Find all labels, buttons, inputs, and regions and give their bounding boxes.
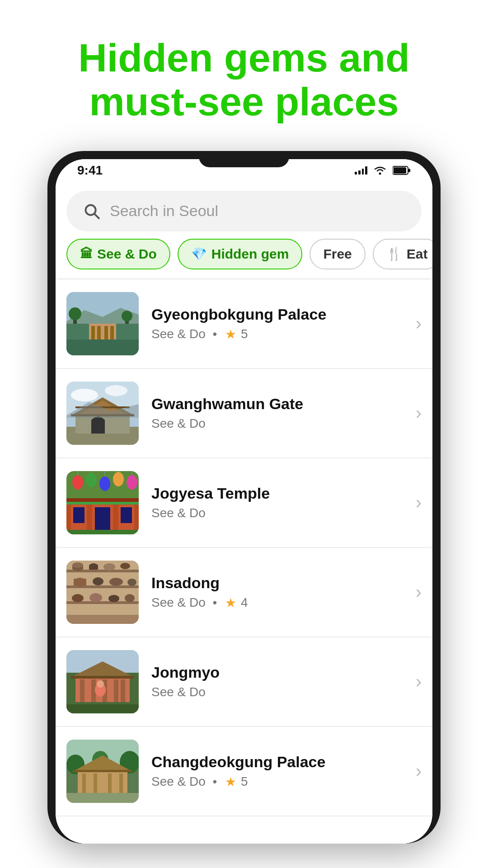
svg-rect-100 bbox=[94, 774, 97, 794]
place-meta-changdeokgung: See & Do • ★ 5 bbox=[151, 774, 403, 789]
svg-rect-64 bbox=[89, 565, 98, 570]
svg-point-39 bbox=[99, 476, 110, 491]
place-meta-gwanghwamun: See & Do bbox=[151, 416, 403, 431]
place-thumb-jogyesa bbox=[66, 471, 139, 534]
svg-point-73 bbox=[89, 593, 102, 602]
svg-point-0 bbox=[379, 172, 381, 175]
status-time: 9:41 bbox=[77, 163, 103, 178]
search-icon bbox=[83, 202, 101, 220]
svg-rect-82 bbox=[71, 676, 134, 679]
place-thumb-gyeongbokgung bbox=[66, 292, 139, 355]
svg-point-71 bbox=[127, 579, 136, 586]
svg-point-22 bbox=[122, 311, 132, 321]
svg-rect-86 bbox=[114, 679, 118, 702]
place-item-changdeokgung[interactable]: Changdeokgung Palace See & Do • ★ 5 › bbox=[56, 727, 432, 816]
chip-see-do[interactable]: 🏛 See & Do bbox=[66, 239, 170, 269]
place-item-gwanghwamun[interactable]: Gwanghwamun Gate See & Do › bbox=[56, 369, 432, 458]
place-arrow-changdeokgung: › bbox=[416, 761, 422, 781]
search-bar[interactable]: Search in Seoul bbox=[66, 191, 422, 231]
headline-line2: must-see places bbox=[89, 79, 399, 124]
svg-rect-87 bbox=[121, 679, 125, 702]
svg-rect-3 bbox=[408, 169, 410, 172]
svg-rect-103 bbox=[66, 793, 139, 803]
chip-free-label: Free bbox=[323, 246, 352, 262]
place-name-jongmyo: Jongmyo bbox=[151, 664, 403, 681]
battery-icon bbox=[393, 165, 411, 175]
place-name-gwanghwamun: Gwanghwamun Gate bbox=[151, 395, 403, 413]
svg-point-25 bbox=[71, 389, 98, 401]
page-root: Hidden gems and must-see places 9:41 bbox=[0, 0, 488, 868]
headline: Hidden gems and must-see places bbox=[42, 0, 446, 151]
star-icon-insadong: ★ bbox=[225, 595, 236, 610]
place-info-gyeongbokgung: Gyeongbokgung Palace See & Do • ★ 5 bbox=[151, 306, 403, 342]
place-item-jogyesa[interactable]: Jogyesa Temple See & Do › bbox=[56, 458, 432, 548]
svg-rect-90 bbox=[66, 704, 139, 713]
svg-rect-83 bbox=[80, 679, 84, 702]
svg-point-26 bbox=[105, 385, 127, 396]
svg-rect-68 bbox=[74, 579, 86, 586]
svg-point-62 bbox=[72, 562, 83, 568]
svg-rect-76 bbox=[66, 615, 139, 624]
place-thumb-gwanghwamun bbox=[66, 382, 139, 445]
place-item-gyeongbokgung[interactable]: Gyeongbokgung Palace See & Do • ★ 5 › bbox=[56, 279, 432, 369]
svg-rect-98 bbox=[73, 770, 132, 772]
svg-rect-52 bbox=[121, 507, 132, 523]
place-item-insadong[interactable]: Insadong See & Do • ★ 4 › bbox=[56, 548, 432, 637]
svg-point-65 bbox=[103, 563, 115, 571]
place-meta-gyeongbokgung: See & Do • ★ 5 bbox=[151, 327, 403, 342]
svg-point-66 bbox=[120, 563, 130, 569]
place-name-insadong: Insadong bbox=[151, 574, 403, 592]
svg-rect-12 bbox=[91, 326, 95, 340]
svg-point-35 bbox=[72, 475, 83, 490]
svg-point-72 bbox=[72, 594, 84, 602]
wifi-icon bbox=[373, 165, 387, 176]
svg-rect-14 bbox=[104, 326, 108, 340]
phone-frame: 9:41 bbox=[47, 151, 441, 844]
place-meta-jongmyo: See & Do bbox=[151, 685, 403, 699]
svg-point-74 bbox=[108, 595, 119, 602]
chip-see-do-label: See & Do bbox=[97, 246, 157, 262]
headline-line1: Hidden gems and bbox=[78, 35, 409, 80]
place-list: Gyeongbokgung Palace See & Do • ★ 5 › bbox=[56, 279, 432, 816]
place-info-jongmyo: Jongmyo See & Do bbox=[151, 664, 403, 699]
chip-hidden-gem-icon: 💎 bbox=[191, 246, 207, 261]
chip-free[interactable]: Free bbox=[310, 239, 365, 269]
screen-bottom-fade bbox=[56, 816, 432, 844]
place-name-jogyesa: Jogyesa Temple bbox=[151, 485, 403, 502]
place-arrow-gyeongbokgung: › bbox=[416, 313, 422, 334]
star-icon: ★ bbox=[225, 327, 236, 342]
place-thumb-jongmyo bbox=[66, 650, 139, 713]
status-icons bbox=[355, 165, 411, 176]
svg-rect-99 bbox=[82, 774, 86, 794]
svg-line-5 bbox=[94, 214, 99, 218]
phone-notch bbox=[199, 151, 289, 167]
chip-eat-label: Eat bbox=[407, 246, 428, 262]
search-bar-container: Search in Seoul bbox=[56, 182, 432, 239]
svg-rect-53 bbox=[66, 502, 139, 505]
svg-rect-2 bbox=[394, 167, 406, 174]
chip-eat-icon: 🍴 bbox=[386, 246, 402, 261]
svg-point-41 bbox=[113, 472, 124, 486]
svg-rect-51 bbox=[95, 507, 110, 530]
place-item-jongmyo[interactable]: Jongmyo See & Do › bbox=[56, 637, 432, 727]
signal-icon bbox=[355, 166, 367, 175]
place-name-gyeongbokgung: Gyeongbokgung Palace bbox=[151, 306, 403, 323]
place-info-changdeokgung: Changdeokgung Palace See & Do • ★ 5 bbox=[151, 753, 403, 789]
filter-chips: 🏛 See & Do 💎 Hidden gem Free 🍴 Eat 👜 Sho bbox=[56, 239, 432, 278]
chip-eat[interactable]: 🍴 Eat bbox=[373, 239, 432, 269]
place-info-gwanghwamun: Gwanghwamun Gate See & Do bbox=[151, 395, 403, 431]
svg-point-37 bbox=[86, 473, 97, 487]
svg-point-20 bbox=[69, 307, 81, 320]
svg-rect-102 bbox=[119, 774, 123, 794]
place-name-changdeokgung: Changdeokgung Palace bbox=[151, 753, 403, 771]
svg-rect-17 bbox=[66, 292, 139, 294]
search-placeholder: Search in Seoul bbox=[110, 202, 218, 220]
svg-rect-8 bbox=[66, 340, 139, 355]
place-arrow-jogyesa: › bbox=[416, 492, 422, 513]
place-arrow-jongmyo: › bbox=[416, 671, 422, 692]
star-icon-changdeokgung: ★ bbox=[225, 774, 236, 789]
chip-hidden-gem[interactable]: 💎 Hidden gem bbox=[178, 239, 303, 269]
place-meta-jogyesa: See & Do bbox=[151, 506, 403, 520]
chip-see-do-icon: 🏛 bbox=[80, 246, 93, 261]
chip-hidden-gem-label: Hidden gem bbox=[211, 246, 289, 262]
